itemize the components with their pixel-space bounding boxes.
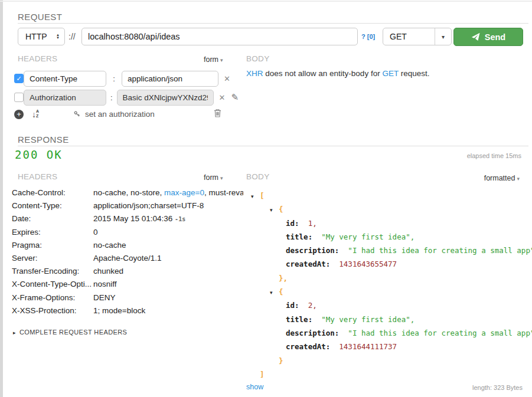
response-header-row: Expires:0 <box>12 226 243 239</box>
json-token-str: "My very first idea", <box>312 232 414 241</box>
json-token-num: 2, <box>299 301 317 310</box>
header-name-input[interactable] <box>24 90 106 106</box>
edit-header-icon[interactable]: ✎ <box>231 92 239 103</box>
elapsed-time: elapsed time 15ms <box>467 152 521 159</box>
complete-request-headers-label: COMPLETE REQUEST HEADERS <box>19 329 127 336</box>
send-button-label: Send <box>485 32 505 42</box>
response-header-row: X-Frame-Options:DENY <box>12 291 243 304</box>
response-header-value: 0 <box>93 228 98 237</box>
select-updown-arrows-icon: ▲▼ <box>56 34 60 40</box>
protocol-select[interactable]: HTTP ▲▼ <box>18 28 65 45</box>
rest-client-app: REQUEST HTTP ▲▼ :// ? [0] GET ▾ Send HEA… <box>0 0 532 397</box>
collapse-node-icon[interactable]: ▾ <box>251 190 260 204</box>
header-enabled-checkbox[interactable] <box>14 93 24 102</box>
json-token-key: description: <box>286 246 339 255</box>
response-header-name: Expires: <box>12 226 93 239</box>
delete-headers-button[interactable] <box>214 109 221 120</box>
formatted-toggle[interactable]: formatted▾ <box>484 174 520 182</box>
sort-az-icon: AZ <box>36 109 39 120</box>
remove-header-icon[interactable]: ✕ <box>224 74 230 83</box>
request-bar: HTTP ▲▼ :// ? [0] GET ▾ Send <box>0 28 532 46</box>
set-authorization-label: set an authorization <box>85 110 155 119</box>
json-token-punc: ] <box>260 370 265 379</box>
json-token-key: title: <box>286 232 312 241</box>
json-line: }, <box>246 271 532 285</box>
json-line: createdAt: 1431643655477 <box>246 257 532 271</box>
json-token-num: 1431643655477 <box>330 260 397 268</box>
show-raw-link[interactable]: show <box>246 383 263 391</box>
add-header-button[interactable]: + <box>14 110 24 119</box>
response-section-heading: RESPONSE <box>18 134 528 146</box>
collapse-node-icon[interactable]: ▾ <box>270 286 279 300</box>
notice-text-end: request. <box>399 69 430 78</box>
method-caret-button[interactable]: ▾ <box>435 28 451 45</box>
json-line: title: "My very first idea", <box>246 230 532 244</box>
scheme-separator: :// <box>68 32 76 41</box>
response-header-row: Transfer-Encoding:chunked <box>12 265 243 278</box>
request-headers-form-toggle[interactable]: form▾ <box>204 55 223 64</box>
response-header-name: Pragma: <box>12 239 93 252</box>
request-header-row: :✕✎ <box>14 88 239 107</box>
json-token-punc: [ <box>260 191 265 200</box>
remove-header-icon[interactable]: ✕ <box>219 93 226 102</box>
response-status: 200 OK <box>15 148 63 161</box>
response-header-name: Date: <box>12 212 93 225</box>
protocol-value: HTTP <box>25 32 47 41</box>
response-header-name: Cache-Control: <box>12 186 93 199</box>
json-token-str: "I had this idea for creating a small ap… <box>339 246 532 255</box>
chevron-down-icon: ▾ <box>442 34 445 40</box>
set-authorization-link[interactable]: set an authorization <box>73 110 155 119</box>
response-header-value: 2015 May 15 01:04:36 -1s <box>93 214 185 223</box>
response-header-name: Server: <box>12 252 93 265</box>
response-header-row: Content-Type:application/json;charset=UT… <box>12 199 243 212</box>
json-line: createdAt: 1431644111737 <box>246 340 532 353</box>
chevron-right-icon: ▸ <box>13 330 16 336</box>
sort-arrow-icon: ↓ <box>32 109 36 120</box>
send-button[interactable]: Send <box>453 28 523 46</box>
response-header-value: chunked <box>93 267 123 275</box>
collapse-node-icon[interactable]: ▾ <box>270 204 279 217</box>
json-line: title: "My very first idea", <box>246 313 532 326</box>
request-header-actions: + ↓ AZ set an authorization <box>14 109 239 122</box>
json-token-punc: { <box>279 287 283 296</box>
complete-request-headers-toggle[interactable]: ▸COMPLETE REQUEST HEADERS <box>13 329 127 336</box>
response-header-name: Transfer-Encoding: <box>12 265 93 278</box>
response-header-row: Cache-Control:no-cache, no-store, max-ag… <box>12 186 243 199</box>
header-colon: : <box>106 93 117 102</box>
header-name-input[interactable] <box>24 71 106 87</box>
json-token-punc: { <box>279 205 283 214</box>
json-line: ▾{ <box>246 285 532 298</box>
request-headers-label: HEADERS <box>18 54 57 63</box>
response-headers-table: Cache-Control:no-cache, no-store, max-ag… <box>12 186 243 317</box>
url-input[interactable] <box>81 28 358 45</box>
chevron-down-icon: ▾ <box>220 175 223 181</box>
header-value-input[interactable] <box>122 71 218 87</box>
trash-icon <box>214 109 221 117</box>
request-body-label: BODY <box>246 54 269 63</box>
get-method-link[interactable]: GET <box>382 69 399 78</box>
response-header-row: Date:2015 May 15 01:04:36 -1s <box>12 212 243 225</box>
key-icon <box>73 110 81 118</box>
response-headers-form-toggle[interactable]: form▾ <box>204 173 223 182</box>
header-enabled-checkbox[interactable]: ✓ <box>14 74 24 83</box>
json-line: id: 2, <box>246 298 532 312</box>
header-value-input[interactable] <box>117 90 214 106</box>
sort-headers-button[interactable]: ↓ AZ <box>32 109 39 120</box>
json-line: description: "I had this idea for creati… <box>246 326 532 340</box>
method-select[interactable]: GET ▾ <box>383 28 452 45</box>
response-header-value: application/json;charset=UTF-8 <box>93 201 204 210</box>
json-token-key: title: <box>286 315 312 324</box>
top-edge-line <box>0 1 532 2</box>
response-body-json: ▾[▾{id: 1,title: "My very first idea",de… <box>246 189 532 381</box>
query-params-badge[interactable]: ? [0] <box>361 33 375 40</box>
response-header-value: no-cache, no-store, max-age=0, must-reva… <box>93 188 243 197</box>
notice-text: does not allow an entity-body for <box>263 69 383 78</box>
chevron-down-icon: ▾ <box>517 176 520 182</box>
request-section-heading: REQUEST <box>18 12 528 24</box>
response-title: RESPONSE <box>18 134 69 145</box>
json-token-punc: }, <box>279 274 288 283</box>
xhr-link[interactable]: XHR <box>246 69 263 78</box>
json-line: description: "I had this idea for creati… <box>246 244 532 257</box>
request-body-notice: XHR does not allow an entity-body for GE… <box>246 69 429 78</box>
json-token-key: id: <box>286 301 299 310</box>
